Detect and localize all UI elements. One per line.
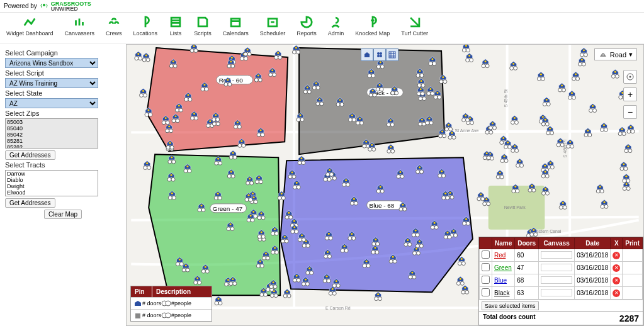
house-marker[interactable]: [620, 162, 628, 171]
zoom-in-button[interactable]: +: [623, 87, 637, 101]
house-marker[interactable]: [611, 69, 619, 78]
house-marker[interactable]: [558, 83, 566, 92]
nav-admin[interactable]: Admin: [328, 15, 344, 41]
house-marker[interactable]: [456, 276, 464, 285]
house-marker[interactable]: [528, 183, 536, 192]
state-select[interactable]: AZ: [5, 98, 98, 108]
map-mode-house-icon[interactable]: [361, 48, 373, 61]
house-marker[interactable]: [140, 88, 147, 97]
house-marker[interactable]: [627, 125, 635, 133]
clear-map-button[interactable]: Clear Map: [44, 210, 82, 219]
house-marker[interactable]: [596, 184, 604, 193]
map-mode-cluster-icon[interactable]: [373, 48, 386, 61]
house-marker[interactable]: [298, 156, 305, 165]
nav-canvassers[interactable]: Canvassers: [65, 15, 95, 41]
house-marker[interactable]: [283, 289, 291, 298]
house-marker[interactable]: [496, 170, 504, 179]
house-marker[interactable]: [190, 45, 198, 52]
house-marker[interactable]: [462, 45, 470, 52]
delete-button[interactable]: ✕: [613, 252, 620, 259]
campaign-select[interactable]: Arizona Wins Sandbox: [5, 58, 98, 68]
delete-button[interactable]: ✕: [613, 277, 620, 284]
nav-calendars[interactable]: Calendars: [223, 15, 249, 41]
canvass-input[interactable]: [541, 289, 572, 296]
canvass-input[interactable]: [541, 276, 572, 284]
row-checkbox[interactable]: [482, 288, 490, 296]
house-marker[interactable]: [511, 143, 519, 152]
tract-option[interactable]: Dwight: [6, 183, 98, 189]
nav-scripts[interactable]: Scripts: [194, 15, 212, 41]
house-marker[interactable]: [578, 57, 585, 66]
house-marker[interactable]: [135, 52, 142, 60]
house-marker[interactable]: [144, 161, 151, 170]
zip-option[interactable]: 85282: [6, 144, 98, 149]
locate-button[interactable]: [623, 70, 637, 84]
nav-lists[interactable]: Lists: [169, 15, 183, 41]
turf-link-blue[interactable]: Blue: [494, 277, 507, 284]
row-checkbox[interactable]: [482, 276, 490, 284]
house-marker[interactable]: [489, 121, 497, 130]
house-marker[interactable]: [537, 72, 545, 81]
house-marker[interactable]: [274, 50, 282, 59]
house-marker[interactable]: [510, 61, 517, 70]
tract-option[interactable]: Darrow: [6, 171, 98, 177]
delete-button[interactable]: ✕: [613, 289, 620, 297]
house-marker[interactable]: [482, 59, 489, 68]
zip-option[interactable]: 85003: [6, 119, 98, 125]
nav-reports[interactable]: Reports: [297, 15, 317, 41]
nav-scheduler[interactable]: Scheduler: [260, 15, 286, 41]
row-checkbox[interactable]: [482, 250, 490, 259]
nav-turf-cutter[interactable]: Turf Cutter: [401, 15, 428, 41]
turf-link-black[interactable]: Black: [494, 289, 509, 296]
house-marker[interactable]: [387, 144, 395, 153]
save-selected-button[interactable]: Save selected items: [482, 301, 539, 310]
house-marker[interactable]: [461, 285, 469, 294]
house-marker[interactable]: [572, 72, 580, 81]
map-type-selector[interactable]: Road ▾: [594, 48, 637, 60]
house-marker[interactable]: [462, 113, 470, 122]
house-marker[interactable]: [601, 200, 608, 208]
house-marker[interactable]: [516, 159, 524, 167]
house-marker[interactable]: [229, 150, 237, 159]
house-marker[interactable]: [624, 144, 632, 153]
get-addresses-button-1[interactable]: Get Addresses: [5, 150, 55, 160]
zip-option[interactable]: 85040: [6, 125, 98, 132]
nav-locations[interactable]: Locations: [133, 15, 158, 41]
house-marker[interactable]: [559, 201, 567, 210]
canvass-input[interactable]: [541, 251, 572, 259]
house-marker[interactable]: [445, 122, 453, 131]
house-marker[interactable]: [375, 292, 382, 301]
house-marker[interactable]: [556, 138, 564, 147]
house-marker[interactable]: [623, 182, 630, 191]
get-addresses-button-2[interactable]: Get Addresses: [5, 198, 55, 208]
delete-button[interactable]: ✕: [613, 264, 620, 272]
house-marker[interactable]: [244, 47, 251, 56]
house-marker[interactable]: [618, 127, 626, 136]
zip-option[interactable]: 85042: [6, 132, 98, 138]
house-marker[interactable]: [215, 296, 222, 305]
house-marker[interactable]: [567, 140, 574, 149]
map-canvas[interactable]: Nevitt Park E St Anne Ave E Carson Rd We…: [126, 44, 644, 326]
house-marker[interactable]: [543, 98, 550, 106]
zoom-out-button[interactable]: −: [623, 105, 637, 119]
house-marker[interactable]: [584, 128, 592, 137]
tracts-listbox[interactable]: DarrowDiabloDwightElwoodMitchell Park: [5, 170, 98, 196]
house-marker[interactable]: [466, 53, 473, 62]
house-marker[interactable]: [142, 53, 150, 62]
tract-option[interactable]: Diablo: [6, 177, 98, 183]
nav-knocked-map[interactable]: Knocked Map: [355, 15, 390, 41]
canvass-input[interactable]: [541, 264, 572, 271]
house-marker[interactable]: [580, 48, 587, 57]
turf-link-green[interactable]: Green: [494, 264, 512, 271]
house-marker[interactable]: [512, 184, 519, 193]
polygon-red[interactable]: [147, 48, 288, 151]
nav-widget-dashboard[interactable]: Widget Dashboard: [6, 15, 54, 41]
house-marker[interactable]: [546, 126, 554, 135]
map-mode-grid-icon[interactable]: [386, 48, 398, 61]
house-marker[interactable]: [623, 174, 630, 183]
zips-listbox[interactable]: 8500385040850428528185282: [5, 118, 98, 149]
house-marker[interactable]: [589, 104, 597, 113]
turf-link-red[interactable]: Red: [494, 252, 506, 259]
tract-option[interactable]: Mitchell Park: [6, 196, 98, 196]
script-select[interactable]: AZ Wins Training: [5, 78, 98, 88]
